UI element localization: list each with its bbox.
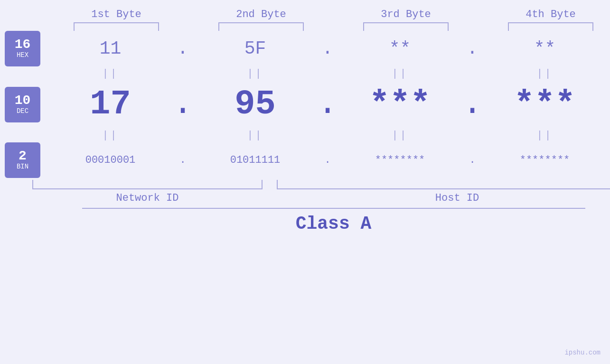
host-bracket <box>277 180 610 189</box>
byte-header-3: 3rd Byte <box>341 9 471 20</box>
hex-dot-3: . <box>467 31 478 66</box>
eq1-3: || <box>392 68 408 80</box>
bin-dot-2: . <box>324 142 330 178</box>
hex-badge-label: HEX <box>17 51 28 59</box>
byte-header-2: 2nd Byte <box>196 9 327 20</box>
bin-val-4: ******** <box>520 142 570 178</box>
hex-row: 16 HEX 11 . 5F . ** . ** <box>0 31 610 66</box>
bin-row: 2 BIN 00010001 . 01011111 . ******** . <box>0 142 610 178</box>
dec-badge-number: 10 <box>15 94 31 107</box>
byte-header-1: 1st Byte <box>51 9 182 20</box>
class-label: Class A <box>296 214 372 234</box>
dec-badge-label: DEC <box>17 107 28 115</box>
equals-row-2: || || || || <box>0 128 610 142</box>
hex-val-4: ** <box>534 31 556 66</box>
bin-val-3: ******** <box>375 142 425 178</box>
host-id-label: Host ID <box>277 192 610 204</box>
dec-badge: 10 DEC <box>5 87 40 122</box>
dec-val-1: 17 <box>90 81 131 128</box>
network-bracket <box>32 180 263 189</box>
class-area: Class A <box>28 208 610 234</box>
bracket-top-3 <box>363 22 449 31</box>
dec-row: 10 DEC 17 . 95 . *** . *** <box>0 81 610 128</box>
eq1-2: || <box>247 68 263 80</box>
bin-badge: 2 BIN <box>5 142 40 178</box>
bracket-top-1 <box>74 22 159 31</box>
eq1-4: || <box>536 68 553 80</box>
equals-row-1: || || || || <box>0 66 610 81</box>
class-line <box>82 208 585 209</box>
eq1-1: || <box>102 68 118 80</box>
bottom-brackets <box>32 180 610 189</box>
hex-val-2: 5F <box>244 31 266 66</box>
bin-dot-3: . <box>469 142 475 178</box>
hex-val-1: 11 <box>100 31 122 66</box>
main-container: 1st Byte 2nd Byte 3rd Byte 4th Byte 16 H… <box>0 0 610 364</box>
hex-val-3: ** <box>389 31 411 66</box>
network-id-label: Network ID <box>32 192 263 204</box>
eq2-1: || <box>102 130 118 141</box>
hex-dot-1: . <box>178 31 188 66</box>
bin-badge-label: BIN <box>17 163 28 171</box>
dec-val-4: *** <box>514 81 576 128</box>
eq2-4: || <box>536 130 553 141</box>
hex-badge: 16 HEX <box>5 31 40 66</box>
eq2-2: || <box>247 130 263 141</box>
hex-badge-number: 16 <box>15 38 31 51</box>
byte-header-4: 4th Byte <box>486 9 610 20</box>
bracket-top-4 <box>508 22 593 31</box>
bin-badge-number: 2 <box>19 149 27 163</box>
dec-val-3: *** <box>369 81 431 128</box>
bracket-top-2 <box>218 22 304 31</box>
hex-dot-2: . <box>322 31 333 66</box>
watermark: ipshu.com <box>564 349 601 356</box>
id-labels: Network ID Host ID <box>32 192 610 204</box>
byte-headers: 1st Byte 2nd Byte 3rd Byte 4th Byte <box>28 0 610 20</box>
bin-val-2: 01011111 <box>230 142 281 178</box>
bin-val-1: 00010001 <box>85 142 136 178</box>
top-brackets <box>28 22 610 31</box>
bin-dot-1: . <box>179 142 186 178</box>
eq2-3: || <box>392 130 408 141</box>
dec-val-2: 95 <box>235 81 275 128</box>
